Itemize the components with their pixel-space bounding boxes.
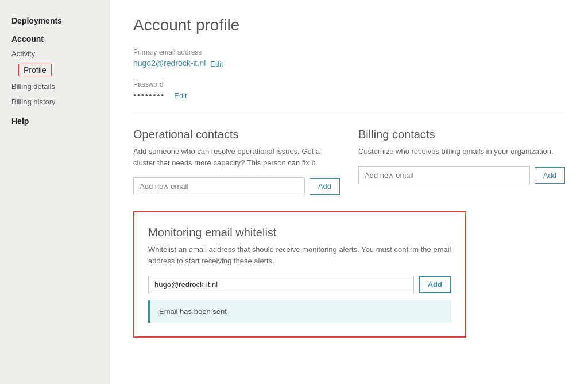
billing-contacts-email-input[interactable] xyxy=(358,166,530,184)
sidebar-item-help[interactable]: Help xyxy=(0,110,110,128)
main-content: Account profile Primary email address hu… xyxy=(110,0,588,384)
billing-contacts-add-button[interactable]: Add xyxy=(535,167,565,184)
password-edit-link[interactable]: Edit xyxy=(174,91,187,100)
billing-contacts-add-row: Add xyxy=(358,166,565,184)
monitoring-email-input[interactable] xyxy=(148,276,414,293)
billing-contacts-section: Billing contacts Customize who receives … xyxy=(358,128,565,195)
password-field: Password •••••••• Edit xyxy=(133,80,565,100)
monitoring-add-row: Add xyxy=(148,276,451,293)
billing-contacts-desc: Customize who receives billing emails in… xyxy=(358,146,565,157)
sidebar-item-profile[interactable]: Profile xyxy=(18,64,52,76)
billing-contacts-title: Billing contacts xyxy=(358,128,565,141)
monitoring-section: Monitoring email whitelist Whitelist an … xyxy=(133,211,466,338)
sidebar-item-account-heading: Account xyxy=(0,28,110,46)
sidebar-item-billing-details[interactable]: Billing details xyxy=(0,79,110,94)
monitoring-success-banner: Email has been sent xyxy=(148,300,451,323)
primary-email-edit-link[interactable]: Edit xyxy=(210,60,223,68)
operational-contacts-add-button[interactable]: Add xyxy=(310,178,340,195)
contacts-grid: Operational contacts Add someone who can… xyxy=(133,128,565,195)
operational-contacts-title: Operational contacts xyxy=(133,128,340,141)
primary-email-value: hugo2@redrock-it.nl xyxy=(133,59,206,68)
monitoring-add-button[interactable]: Add xyxy=(419,276,451,293)
monitoring-desc: Whitelist an email address that should r… xyxy=(148,244,451,266)
primary-email-field: Primary email address hugo2@redrock-it.n… xyxy=(133,48,565,69)
operational-contacts-add-row: Add xyxy=(133,177,340,195)
password-label: Password xyxy=(133,80,565,88)
operational-contacts-email-input[interactable] xyxy=(133,177,305,195)
sidebar: Deployments Account Activity Profile Bil… xyxy=(0,0,110,384)
sidebar-item-deployments[interactable]: Deployments xyxy=(0,9,110,28)
monitoring-title: Monitoring email whitelist xyxy=(148,226,451,239)
operational-contacts-section: Operational contacts Add someone who can… xyxy=(133,128,340,195)
password-dots: •••••••• xyxy=(133,91,165,100)
divider xyxy=(133,114,565,114)
primary-email-label: Primary email address xyxy=(133,48,565,56)
operational-contacts-desc: Add someone who can resolve operational … xyxy=(133,146,340,168)
monitoring-success-message: Email has been sent xyxy=(159,307,227,316)
sidebar-item-activity[interactable]: Activity xyxy=(0,46,110,61)
sidebar-item-billing-history[interactable]: Billing history xyxy=(0,94,110,110)
page-title: Account profile xyxy=(133,16,565,34)
